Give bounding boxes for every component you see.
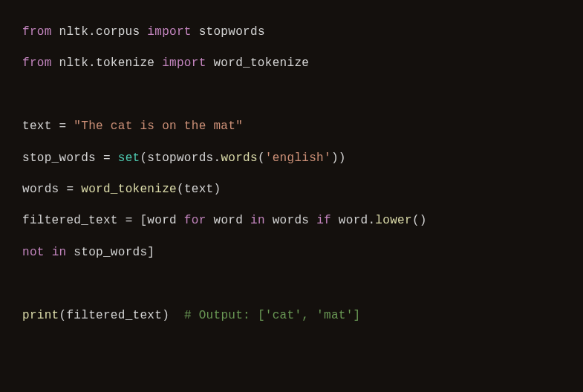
blank-line	[22, 79, 561, 111]
keyword-from: from	[22, 25, 52, 39]
code-line-5: words = word_tokenize(text)	[22, 174, 561, 205]
keyword-in: in	[250, 214, 265, 227]
string-literal: 'english'	[265, 151, 331, 165]
keyword-import: import	[162, 56, 206, 70]
function-call: word_tokenize	[81, 183, 177, 196]
keyword-from: from	[22, 56, 52, 70]
code-line-8: print(filtered_text) # Output: ['cat', '…	[22, 300, 561, 331]
code-line-1: from nltk.corpus import stopwords	[22, 16, 561, 48]
code-line-4: stop_words = set(stopwords.words('englis…	[22, 143, 561, 174]
keyword-if: if	[316, 214, 331, 227]
comment: # Output: ['cat', 'mat']	[184, 309, 361, 322]
keyword-import: import	[147, 25, 191, 39]
code-line-3: text = "The cat is on the mat"	[22, 111, 561, 142]
builtin-print: print	[22, 309, 59, 322]
keyword-for: for	[184, 214, 206, 227]
string-literal: "The cat is on the mat"	[74, 120, 243, 133]
keyword-not: not	[22, 246, 45, 259]
keyword-in: in	[52, 246, 67, 259]
code-line-7: not in stop_words]	[22, 237, 561, 268]
code-block: from nltk.corpus import stopwords from n…	[0, 0, 583, 347]
builtin-set: set	[118, 151, 140, 165]
code-line-2: from nltk.tokenize import word_tokenize	[22, 48, 561, 79]
blank-line	[22, 268, 561, 299]
code-line-6: filtered_text = [word for word in words …	[22, 205, 561, 236]
